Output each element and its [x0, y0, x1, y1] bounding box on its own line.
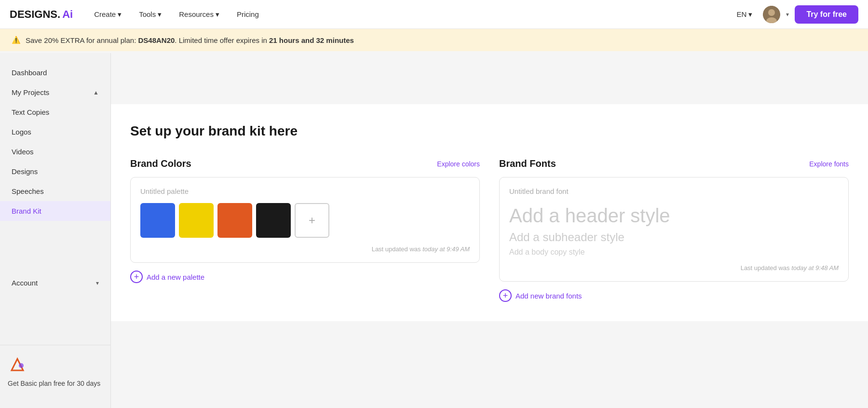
font-body-preview[interactable]: Add a body copy style [509, 248, 839, 257]
font-updated-time: today at 9:48 AM [791, 264, 839, 272]
add-palette-button[interactable]: + Add a new palette [130, 271, 480, 283]
brand-grid: Brand Colors Explore colors Untitled pal… [130, 158, 849, 302]
banner-text-after: . Limited time offer expires in [175, 36, 269, 44]
sidebar-item-account[interactable]: Account ▾ [0, 273, 110, 293]
chevron-down-icon: ▾ [96, 280, 99, 286]
sidebar: Dashboard My Projects ▲ Text Copies Logo… [0, 53, 111, 321]
brand-colors-title: Brand Colors [130, 158, 191, 169]
font-card: Untitled brand font Add a header style A… [499, 177, 849, 282]
sidebar-item-logos[interactable]: Logos [0, 122, 110, 142]
nav-pricing[interactable]: Pricing [230, 6, 266, 22]
palette-updated-time: today at 9:49 AM [422, 245, 470, 253]
avatar-chevron-icon: ▾ [786, 11, 789, 18]
chevron-down-icon: ▾ [748, 10, 752, 19]
banner-code: DS48AN20 [138, 36, 175, 44]
sidebar-item-brand-kit[interactable]: Brand Kit [0, 201, 110, 221]
brand-colors-section: Brand Colors Explore colors Untitled pal… [130, 158, 480, 302]
explore-colors-link[interactable]: Explore colors [437, 160, 480, 168]
page-title: Set up your brand kit here [130, 123, 849, 139]
main-content: Set up your brand kit here Brand Colors … [111, 104, 868, 321]
warning-icon: ⚠️ [12, 36, 21, 44]
brand-colors-header: Brand Colors Explore colors [130, 158, 480, 169]
top-navigation: DESIGNS.Ai Create ▾ Tools ▾ Resources ▾ … [0, 0, 868, 29]
logo-text: DESIGNS. [10, 8, 60, 21]
user-avatar[interactable] [763, 6, 780, 23]
brand-fonts-section: Brand Fonts Explore fonts Untitled brand… [499, 158, 849, 302]
font-name: Untitled brand font [509, 187, 839, 195]
nav-tools[interactable]: Tools ▾ [132, 6, 168, 23]
svg-point-1 [768, 9, 775, 16]
promo-banner: ⚠️ Save 20% EXTRA for annual plan: DS48A… [0, 29, 868, 51]
chevron-down-icon: ▾ [158, 10, 162, 19]
brand-fonts-title: Brand Fonts [499, 158, 556, 169]
logo-ai: Ai [62, 8, 73, 21]
nav-items: Create ▾ Tools ▾ Resources ▾ Pricing [87, 6, 732, 23]
palette-name: Untitled palette [140, 187, 470, 195]
add-color-button[interactable]: + [295, 203, 329, 238]
language-selector[interactable]: EN ▾ [732, 7, 758, 22]
sidebar-item-videos[interactable]: Videos [0, 142, 110, 162]
add-circle-icon: + [130, 271, 143, 283]
palette-colors: + [140, 203, 470, 238]
color-swatch-blue[interactable] [140, 203, 175, 238]
nav-right: EN ▾ ▾ Try for free [732, 5, 858, 24]
palette-updated: Last updated was today at 9:49 AM [140, 245, 470, 253]
font-subheader-preview[interactable]: Add a subheader style [509, 231, 839, 244]
sidebar-item-dashboard[interactable]: Dashboard [0, 63, 110, 82]
sidebar-item-my-projects[interactable]: My Projects ▲ [0, 82, 110, 102]
chevron-down-icon: ▾ [118, 10, 122, 19]
chevron-down-icon: ▾ [216, 10, 219, 19]
try-for-free-button[interactable]: Try for free [795, 5, 858, 24]
logo[interactable]: DESIGNS.Ai [10, 8, 73, 21]
nav-create[interactable]: Create ▾ [87, 6, 128, 23]
chevron-up-icon: ▲ [93, 89, 99, 96]
color-swatch-yellow[interactable] [179, 203, 214, 238]
add-circle-icon: + [499, 289, 512, 302]
banner-time: 21 hours and 32 minutes [269, 36, 354, 44]
sidebar-item-text-copies[interactable]: Text Copies [0, 102, 110, 122]
color-swatch-orange[interactable] [217, 203, 252, 238]
add-brand-fonts-button[interactable]: + Add new brand fonts [499, 289, 849, 302]
color-swatch-black[interactable] [256, 203, 291, 238]
sidebar-item-designs[interactable]: Designs [0, 162, 110, 181]
avatar-image [763, 6, 780, 23]
banner-text-before: Save 20% EXTRA for annual plan: [26, 36, 138, 44]
font-updated: Last updated was today at 9:48 AM [509, 264, 839, 272]
explore-fonts-link[interactable]: Explore fonts [809, 160, 849, 168]
nav-resources[interactable]: Resources ▾ [172, 6, 226, 23]
brand-fonts-header: Brand Fonts Explore fonts [499, 158, 849, 169]
sidebar-item-speeches[interactable]: Speeches [0, 181, 110, 201]
palette-card: Untitled palette + Last updated was toda… [130, 177, 480, 263]
font-header-preview[interactable]: Add a header style [509, 205, 839, 227]
